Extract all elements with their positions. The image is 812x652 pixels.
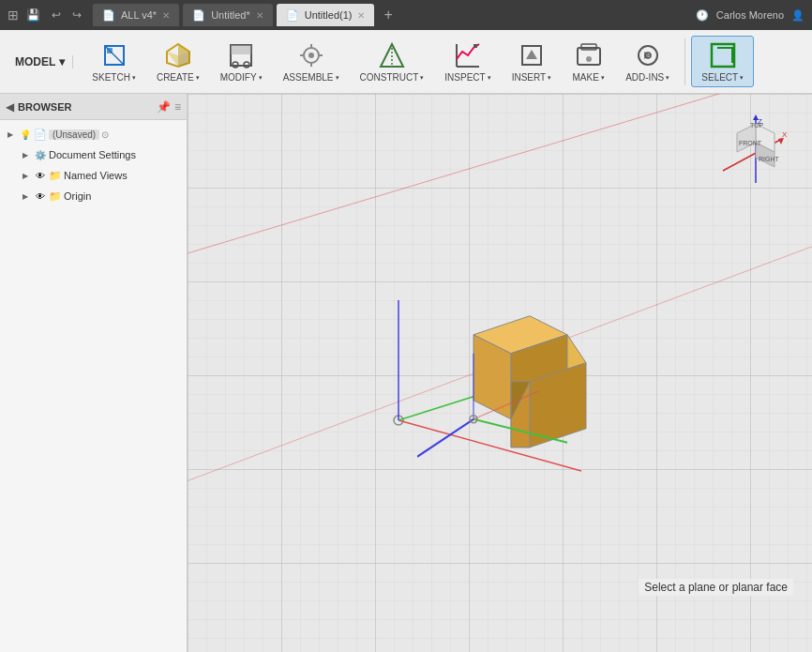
grid-icon: ⊞ <box>8 8 19 23</box>
model-menu[interactable]: MODEL ▾ <box>8 55 73 68</box>
tree-label-origin: Origin <box>64 190 183 202</box>
browser-tree: ▶ 💡 📄 (Unsaved) ⊙ ▶ ⚙️ Document Settings… <box>0 120 187 652</box>
construct-group[interactable]: CONSTRUCT ▾ <box>351 37 434 86</box>
tree-arrow-namedviews: ▶ <box>19 169 32 182</box>
tree-label-docsettings: Document Settings <box>49 149 183 160</box>
3d-model <box>417 296 624 487</box>
addins-label: ADD-INS ▾ <box>625 72 669 83</box>
tree-vis-docsettings: ⚙️ <box>34 148 47 161</box>
tree-options-root[interactable]: ⊙ <box>101 129 109 140</box>
tree-arrow-origin: ▶ <box>19 190 32 203</box>
svg-rect-2 <box>107 48 113 53</box>
make-icon <box>574 40 604 70</box>
browser-options[interactable]: ≡ <box>174 100 181 114</box>
tab-untitled-close[interactable]: ✕ <box>256 10 263 21</box>
sketch-group[interactable]: SKETCH ▾ <box>83 37 145 86</box>
svg-text:RIGHT: RIGHT <box>759 156 780 162</box>
model-chevron: ▾ <box>59 55 65 68</box>
select-icon <box>708 40 738 70</box>
svg-point-12 <box>308 53 314 58</box>
tree-item-origin[interactable]: ▶ 👁 📁 Origin <box>0 186 187 206</box>
tree-vis-origin: 👁 <box>34 190 47 203</box>
insert-label: INSERT ▾ <box>512 72 552 83</box>
browser-toggle[interactable]: ◀ <box>6 100 14 114</box>
tree-label-namedviews: Named Views <box>64 170 183 181</box>
construct-label: CONSTRUCT ▾ <box>360 72 425 83</box>
browser-header: ◀ BROWSER 📌 ≡ <box>0 94 187 120</box>
tree-folder-origin: 📁 <box>49 190 62 203</box>
create-label: CREATE ▾ <box>157 72 200 83</box>
tree-folder-root: 📄 <box>34 128 47 141</box>
svg-text:TOP: TOP <box>750 122 764 129</box>
inspect-group[interactable]: INSPECT ▾ <box>435 37 500 86</box>
tree-vis-namedviews: 👁 <box>34 169 47 182</box>
select-label: SELECT ▾ <box>701 72 744 83</box>
svg-rect-22 <box>474 44 477 48</box>
select-group[interactable]: SELECT ▾ <box>691 36 754 87</box>
tree-item-root[interactable]: ▶ 💡 📄 (Unsaved) ⊙ <box>0 124 187 144</box>
insert-icon <box>517 40 547 70</box>
titlebar: ⊞ 💾 ↩ ↪ 📄 ALL v4* ✕ 📄 Untitled* ✕ 📄 Unti… <box>0 0 812 30</box>
sketch-icon <box>99 40 129 70</box>
tab-allv4-label: ALL v4* <box>121 9 157 21</box>
tree-arrow-root: ▶ <box>4 128 17 141</box>
tab-allv4-icon: 📄 <box>102 9 115 22</box>
tab-untitled1-label: Untitled(1) <box>305 9 353 21</box>
tree-folder-namedviews: 📁 <box>49 169 62 182</box>
user-avatar: 👤 <box>791 9 804 22</box>
tab-allv4-close[interactable]: ✕ <box>162 10 170 21</box>
addins-icon <box>633 40 663 70</box>
tree-item-docsettings[interactable]: ▶ ⚙️ Document Settings <box>0 144 187 165</box>
toolbar: MODEL ▾ SKETCH ▾ CREATE ▾ <box>0 30 812 94</box>
modify-icon <box>226 40 256 70</box>
modify-label: MODIFY ▾ <box>220 72 263 83</box>
user-name: Carlos Moreno <box>716 9 784 21</box>
modify-group[interactable]: MODIFY ▾ <box>211 37 272 86</box>
tree-arrow-docsettings: ▶ <box>19 148 32 161</box>
assemble-group[interactable]: ASSEMBLE ▾ <box>274 37 349 86</box>
svg-text:FRONT: FRONT <box>739 140 762 146</box>
undo-icon[interactable]: ↩ <box>52 8 61 22</box>
tree-vis-root: 💡 <box>19 128 32 141</box>
make-group[interactable]: MAKE ▾ <box>563 37 614 86</box>
status-text: Select a plane or planar face <box>639 579 793 596</box>
sketch-label: SKETCH ▾ <box>92 72 136 83</box>
redo-icon[interactable]: ↪ <box>72 8 82 22</box>
browser-title: BROWSER <box>18 101 153 113</box>
tab-untitled1[interactable]: 📄 Untitled(1) ✕ <box>277 4 375 26</box>
inspect-icon <box>453 40 483 70</box>
new-tab-button[interactable]: + <box>378 7 398 23</box>
svg-point-27 <box>586 56 592 62</box>
toolbar-divider <box>684 38 685 85</box>
model-label: MODEL <box>15 55 55 68</box>
tree-label-root: (Unsaved) <box>49 129 99 140</box>
tab-untitled[interactable]: 📄 Untitled* ✕ <box>183 4 273 26</box>
browser-pin[interactable]: 📌 <box>157 100 171 114</box>
svg-rect-8 <box>231 45 251 54</box>
main-area: ◀ BROWSER 📌 ≡ ▶ 💡 📄 (Unsaved) ⊙ ▶ ⚙️ Doc… <box>0 94 812 652</box>
tree-item-namedviews[interactable]: ▶ 👁 📁 Named Views <box>0 165 187 186</box>
insert-group[interactable]: INSERT ▾ <box>503 37 562 86</box>
make-label: MAKE ▾ <box>573 72 605 83</box>
app-icon: 💾 <box>26 8 40 22</box>
clock-icon: 🕐 <box>696 9 709 22</box>
tab-untitled1-icon: 📄 <box>286 9 299 22</box>
tab-allv4[interactable]: 📄 ALL v4* ✕ <box>93 4 179 26</box>
create-group[interactable]: CREATE ▾ <box>147 37 209 86</box>
tab-untitled-icon: 📄 <box>192 9 205 22</box>
assemble-label: ASSEMBLE ▾ <box>283 72 339 83</box>
inspect-label: INSPECT ▾ <box>444 72 490 83</box>
tab-untitled-label: Untitled* <box>211 9 250 21</box>
svg-text:X: X <box>782 130 788 139</box>
addins-group[interactable]: ADD-INS ▾ <box>616 37 679 86</box>
svg-line-46 <box>417 418 474 456</box>
viewcube[interactable]: Z X TOP FRONT RIGHT <box>718 113 793 188</box>
assemble-icon <box>296 40 326 70</box>
viewport[interactable]: Select a plane or planar face Z X TOP <box>188 94 812 652</box>
create-icon <box>163 40 193 70</box>
browser-panel: ◀ BROWSER 📌 ≡ ▶ 💡 📄 (Unsaved) ⊙ ▶ ⚙️ Doc… <box>0 94 188 652</box>
tab-untitled1-close[interactable]: ✕ <box>357 10 365 21</box>
construct-icon <box>377 40 407 70</box>
titlebar-right: 🕐 Carlos Moreno 👤 <box>696 9 804 22</box>
svg-marker-24 <box>526 50 537 59</box>
